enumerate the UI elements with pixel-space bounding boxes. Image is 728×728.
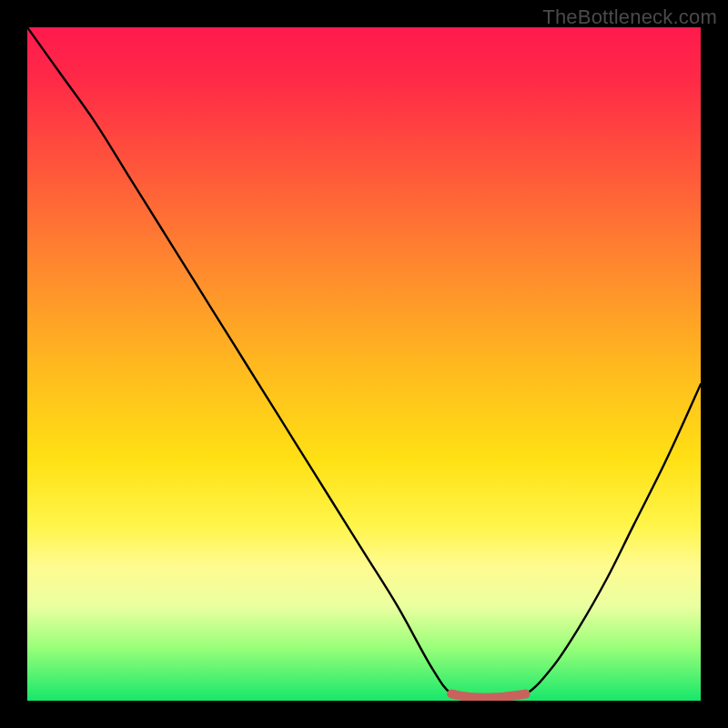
plot-area	[27, 27, 701, 701]
watermark-label: TheBottleneck.com	[542, 5, 717, 29]
valley-floor	[451, 694, 525, 698]
chart-frame: TheBottleneck.com	[0, 0, 728, 728]
bottleneck-curve	[27, 27, 701, 698]
curve-layer	[27, 27, 701, 701]
